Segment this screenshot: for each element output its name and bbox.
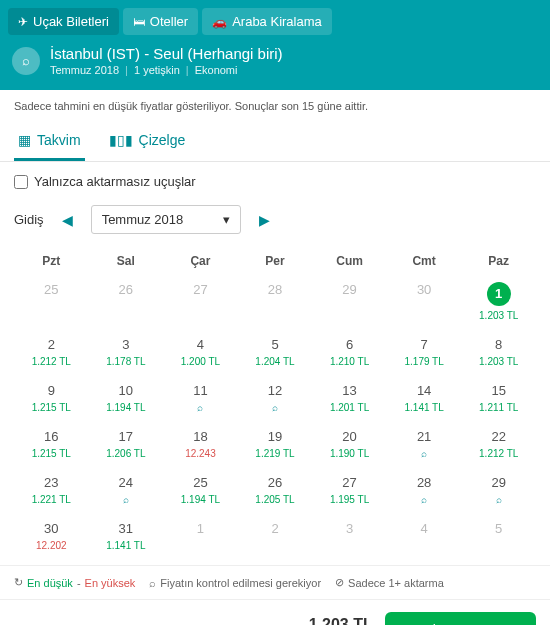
search-summary[interactable]: ⌕ İstanbul (IST) - Seul (Herhangi biri) … — [8, 45, 542, 76]
calendar-cell[interactable]: 171.206 TL — [89, 423, 164, 469]
legend-dash: - — [77, 577, 81, 589]
day-number: 1 — [163, 521, 238, 536]
search-subtitle: Temmuz 2018 | 1 yetişkin | Ekonomi — [50, 64, 283, 76]
calendar-cell[interactable]: 221.212 TL — [461, 423, 536, 469]
calendar-cell[interactable]: 51.204 TL — [238, 331, 313, 377]
day-number: 28 — [387, 475, 462, 490]
calendar-cell[interactable]: 71.179 TL — [387, 331, 462, 377]
view-tab-chart-label: Çizelge — [139, 132, 186, 148]
prev-month-button[interactable]: ◀ — [58, 208, 77, 232]
day-number: 27 — [312, 475, 387, 490]
day-number: 20 — [312, 429, 387, 444]
day-number: 22 — [461, 429, 536, 444]
calendar-weekdays: PztSalÇarPerCumCmtPaz — [14, 246, 536, 276]
calendar-cell[interactable]: 251.194 TL — [163, 469, 238, 515]
weekday-header: Cmt — [387, 246, 462, 276]
weekday-header: Pzt — [14, 246, 89, 276]
calendar-cell: 27 — [163, 276, 238, 331]
calendar-cell[interactable]: 29⌕ — [461, 469, 536, 515]
calendar-cell[interactable]: 231.221 TL — [14, 469, 89, 515]
calendar-cell[interactable]: 21⌕ — [387, 423, 462, 469]
view-tab-calendar[interactable]: ▦ Takvim — [14, 122, 85, 161]
calendar-cell[interactable]: 81.203 TL — [461, 331, 536, 377]
legend-low: En düşük — [27, 577, 73, 589]
day-number: 5 — [238, 337, 313, 352]
calendar-cell[interactable]: 101.194 TL — [89, 377, 164, 423]
day-number: 7 — [387, 337, 462, 352]
day-number: 3 — [89, 337, 164, 352]
calendar-cell[interactable]: 161.215 TL — [14, 423, 89, 469]
footer-right: 1.203 TL yetişkin fiyatı Uçuşları Göster… — [309, 612, 536, 625]
legend-low-high: ↻ En düşük - En yüksek — [14, 576, 135, 589]
day-number: 9 — [14, 383, 89, 398]
direct-only-checkbox-row[interactable]: Yalnızca aktarmasız uçuşlar — [14, 174, 536, 189]
day-price: 1.211 TL — [461, 402, 536, 413]
legend: ↻ En düşük - En yüksek ⌕ Fiyatın kontrol… — [0, 565, 550, 599]
bar-chart-icon: ▮▯▮ — [109, 132, 133, 148]
calendar-cell[interactable]: 201.190 TL — [312, 423, 387, 469]
check-price-icon: ⌕ — [387, 494, 462, 505]
view-tab-chart[interactable]: ▮▯▮ Çizelge — [105, 122, 190, 161]
calendar-cell[interactable]: 131.201 TL — [312, 377, 387, 423]
day-price: 1.195 TL — [312, 494, 387, 505]
weekday-header: Cum — [312, 246, 387, 276]
calendar-cell[interactable]: 24⌕ — [89, 469, 164, 515]
calendar-cell[interactable]: 261.205 TL — [238, 469, 313, 515]
day-number: 29 — [461, 475, 536, 490]
tab-hotels[interactable]: 🛏 Oteller — [123, 8, 198, 35]
calendar-cell: 30 — [387, 276, 462, 331]
no-direct-icon: ⊘ — [335, 576, 344, 589]
day-number: 30 — [387, 282, 462, 297]
direct-only-checkbox[interactable] — [14, 175, 28, 189]
check-price-icon: ⌕ — [89, 494, 164, 505]
legend-check: ⌕ Fiyatın kontrol edilmesi gerekiyor — [149, 577, 321, 589]
weekday-header: Paz — [461, 246, 536, 276]
legend-check-label: Fiyatın kontrol edilmesi gerekiyor — [160, 577, 321, 589]
calendar-cell: 2 — [238, 515, 313, 561]
next-month-button[interactable]: ▶ — [255, 208, 274, 232]
calendar-cell[interactable]: 1812.243 — [163, 423, 238, 469]
calendar-cell[interactable]: 3012.202 — [14, 515, 89, 561]
show-flights-button[interactable]: Uçuşları Göster → — [385, 612, 536, 625]
route-title: İstanbul (IST) - Seul (Herhangi biri) — [50, 45, 283, 62]
day-number: 17 — [89, 429, 164, 444]
tab-flights[interactable]: ✈ Uçak Biletleri — [8, 8, 119, 35]
calendar-cell[interactable]: 41.200 TL — [163, 331, 238, 377]
calendar-cell[interactable]: 141.141 TL — [387, 377, 462, 423]
day-number: 28 — [238, 282, 313, 297]
calendar-cell[interactable]: 271.195 TL — [312, 469, 387, 515]
month-select[interactable]: Temmuz 2018 ▾ — [91, 205, 241, 234]
view-tab-calendar-label: Takvim — [37, 132, 81, 148]
calendar-cell[interactable]: 12⌕ — [238, 377, 313, 423]
weekday-header: Sal — [89, 246, 164, 276]
view-tabs: ▦ Takvim ▮▯▮ Çizelge — [0, 122, 550, 162]
day-number: 26 — [238, 475, 313, 490]
legend-transfer-label: Sadece 1+ aktarma — [348, 577, 444, 589]
separator: | — [186, 64, 189, 76]
calendar-cell[interactable]: 61.210 TL — [312, 331, 387, 377]
calendar-cell[interactable]: 151.211 TL — [461, 377, 536, 423]
footer-price-value: 1.203 TL — [309, 616, 373, 626]
tab-cars[interactable]: 🚗 Araba Kiralama — [202, 8, 332, 35]
day-price: 12.202 — [14, 540, 89, 551]
check-price-icon: ⌕ — [163, 402, 238, 413]
day-number: 27 — [163, 282, 238, 297]
calendar-cell[interactable]: 311.141 TL — [89, 515, 164, 561]
calendar-cell: 1 — [163, 515, 238, 561]
calendar-cell[interactable]: 28⌕ — [387, 469, 462, 515]
search-icon-button[interactable]: ⌕ — [12, 47, 40, 75]
check-price-icon: ⌕ — [461, 494, 536, 505]
day-number: 10 — [89, 383, 164, 398]
calendar-cell[interactable]: 11⌕ — [163, 377, 238, 423]
calendar-cell[interactable]: 31.178 TL — [89, 331, 164, 377]
calendar-cell[interactable]: 91.215 TL — [14, 377, 89, 423]
day-number: 25 — [14, 282, 89, 297]
tab-flights-label: Uçak Biletleri — [33, 14, 109, 29]
legend-transfer: ⊘ Sadece 1+ aktarma — [335, 576, 444, 589]
day-number: 4 — [163, 337, 238, 352]
calendar-cell: 28 — [238, 276, 313, 331]
day-number: 2 — [14, 337, 89, 352]
calendar-cell[interactable]: 21.212 TL — [14, 331, 89, 377]
calendar-cell[interactable]: 11.203 TL — [461, 276, 536, 331]
calendar-cell[interactable]: 191.219 TL — [238, 423, 313, 469]
